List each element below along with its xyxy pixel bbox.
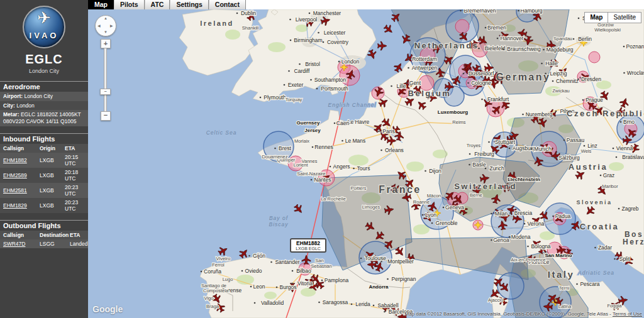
map-label: Viveiro xyxy=(216,256,231,261)
map-label: Shankill xyxy=(242,25,259,31)
city-dot xyxy=(594,247,596,249)
tab-contact[interactable]: Contact xyxy=(209,0,246,9)
map-type-map-button[interactable]: Map xyxy=(584,12,608,23)
map-label: Valladolid xyxy=(261,300,284,306)
city-dot xyxy=(248,255,250,257)
map-label: Bay of xyxy=(269,215,289,221)
map-label: Gent xyxy=(409,80,421,86)
city-dot xyxy=(242,270,243,272)
city-dot xyxy=(422,214,424,216)
forest-area xyxy=(268,42,286,52)
map-label: Stuttgart xyxy=(495,139,516,145)
city-dot xyxy=(443,207,445,209)
city-dot xyxy=(334,123,336,124)
city-dot xyxy=(380,150,382,151)
city-dot xyxy=(509,236,511,238)
city-dot xyxy=(373,305,375,307)
map-label: Liverpool xyxy=(296,16,318,23)
callsign-link[interactable]: SWR47D xyxy=(3,241,25,247)
callsign-link[interactable]: EHM2589 xyxy=(3,172,27,178)
map-label: Herz xyxy=(623,238,644,246)
inbound-col-header: Callsign xyxy=(0,144,36,153)
map-label: Aix-en-Provence xyxy=(511,257,545,263)
inbound-col-header: Origin xyxy=(36,144,62,153)
city-dot xyxy=(201,271,203,273)
forest-area xyxy=(236,275,254,285)
google-logo[interactable]: Google xyxy=(92,304,123,314)
zoom-slider-track[interactable] xyxy=(104,48,107,112)
zoom-in-button[interactable]: + xyxy=(101,39,111,48)
city-dot xyxy=(254,302,256,304)
map-label: Cologne xyxy=(471,80,491,86)
city-dot xyxy=(584,145,586,147)
map-label: Croatia xyxy=(580,222,619,231)
map-label: Zwickau xyxy=(552,88,570,94)
map-viewport[interactable]: DublinManchesterLiverpoolLeicesterBirmin… xyxy=(88,9,644,318)
callsign-link[interactable]: EHM2581 xyxy=(3,187,27,194)
map-label: Morlaix xyxy=(294,138,309,144)
tab-settings[interactable]: Settings xyxy=(170,0,208,9)
map-label: Verona xyxy=(528,221,545,227)
map-label: Pamplona xyxy=(325,277,349,283)
zoom-out-button[interactable]: − xyxy=(101,111,111,121)
city-dot xyxy=(467,82,469,84)
inbound-cell: 20:23 UTC xyxy=(62,198,88,213)
city-dot xyxy=(276,287,278,288)
map-label: Angers xyxy=(333,163,350,170)
tab-pilots[interactable]: Pilots xyxy=(114,0,145,9)
map-canvas: DublinManchesterLiverpoolLeicesterBirmin… xyxy=(88,9,644,318)
callsign-link[interactable]: EHM1829 xyxy=(3,202,27,209)
city-dot xyxy=(554,157,556,159)
city-dot xyxy=(552,216,554,217)
map-label: Gijón xyxy=(253,253,265,259)
map-label: Berlin xyxy=(578,36,592,42)
city-dot xyxy=(288,70,290,72)
city-dot xyxy=(309,13,311,14)
outbound-cell: LSGG xyxy=(36,239,67,248)
airport-code: EGLC xyxy=(0,52,88,67)
city-dot xyxy=(618,208,620,210)
tab-atc[interactable]: ATC xyxy=(145,0,170,9)
atc-tower-circle[interactable] xyxy=(455,19,469,33)
pan-right-icon[interactable]: ▶ xyxy=(110,23,113,28)
city-dot xyxy=(378,131,380,133)
map-label: Bristol xyxy=(305,61,320,67)
city-dot xyxy=(509,148,511,150)
city-dot xyxy=(541,63,543,65)
inbound-cell: 20:18 UTC xyxy=(62,168,88,183)
map-label: Paris xyxy=(382,128,394,134)
map-label: Leicester xyxy=(324,30,346,36)
map-label: Switzerland xyxy=(454,182,517,191)
map-label: Halle xyxy=(545,60,558,67)
map-label: Wroclaw xyxy=(627,70,644,76)
outbound-header: Outbound Flights xyxy=(0,220,88,231)
map-label: Roanne xyxy=(413,199,430,205)
map-label: Reims xyxy=(452,119,466,125)
terms-of-use-link[interactable]: Terms of Use xyxy=(613,311,642,317)
outbound-col-header: Destination xyxy=(36,231,67,239)
map-label: Mâcon xyxy=(427,193,441,199)
pan-down-icon[interactable]: ▼ xyxy=(104,30,108,34)
atc-tower-circle[interactable] xyxy=(589,52,600,63)
map-label: Braga xyxy=(206,304,219,309)
city-dot xyxy=(543,49,545,51)
map-label: Compostela xyxy=(203,288,229,293)
outbound-col-header: ETA xyxy=(67,231,88,239)
map-label: Saint-Nazaire xyxy=(297,171,325,177)
forest-area xyxy=(296,25,308,32)
pan-left-icon[interactable]: ◀ xyxy=(97,23,101,28)
map-label: Berne xyxy=(470,192,482,198)
tab-map[interactable]: Map xyxy=(88,0,114,9)
pan-up-icon[interactable]: ▲ xyxy=(104,16,108,20)
zoom-slider-handle[interactable]: − xyxy=(100,89,111,95)
map-pan-control[interactable]: ▲ ▼ ◀ ▶ xyxy=(95,15,116,36)
map-label: Leon xyxy=(253,283,265,290)
map-label: Lille xyxy=(396,83,406,89)
map-label: Italy xyxy=(548,269,575,280)
city-dot xyxy=(384,311,386,313)
callsign-link[interactable]: EHM1882 xyxy=(3,157,27,163)
city-dot xyxy=(292,270,294,272)
map-label: Lugo xyxy=(223,277,233,282)
map-label: Magdeburg xyxy=(546,47,573,53)
map-type-satellite-button[interactable]: Satellite xyxy=(608,12,641,23)
